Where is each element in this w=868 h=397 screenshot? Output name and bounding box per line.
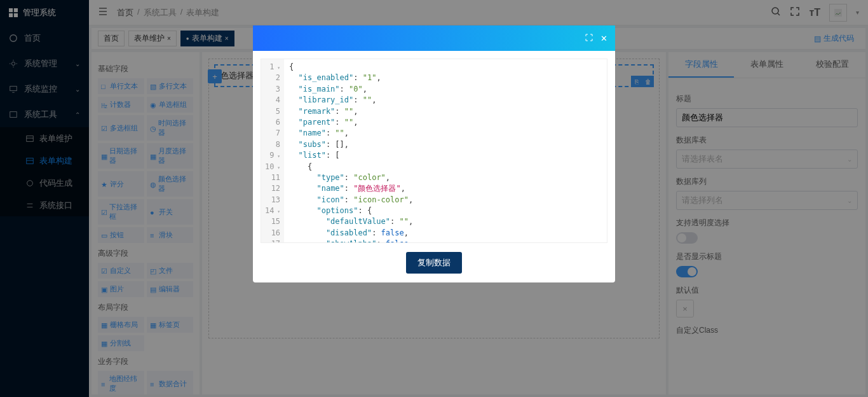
- code-modal: ✕ 12345678910111213141516171819202122232…: [253, 25, 615, 282]
- code-editor[interactable]: 1234567891011121314151617181920212223242…: [253, 51, 615, 243]
- copy-data-button[interactable]: 复制数据: [406, 252, 462, 274]
- fullscreen-icon: [585, 34, 593, 41]
- modal-header: ✕: [253, 25, 615, 51]
- modal-close-button[interactable]: ✕: [600, 34, 607, 43]
- modal-overlay[interactable]: ✕ 12345678910111213141516171819202122232…: [0, 0, 868, 397]
- modal-fullscreen-button[interactable]: [585, 34, 593, 43]
